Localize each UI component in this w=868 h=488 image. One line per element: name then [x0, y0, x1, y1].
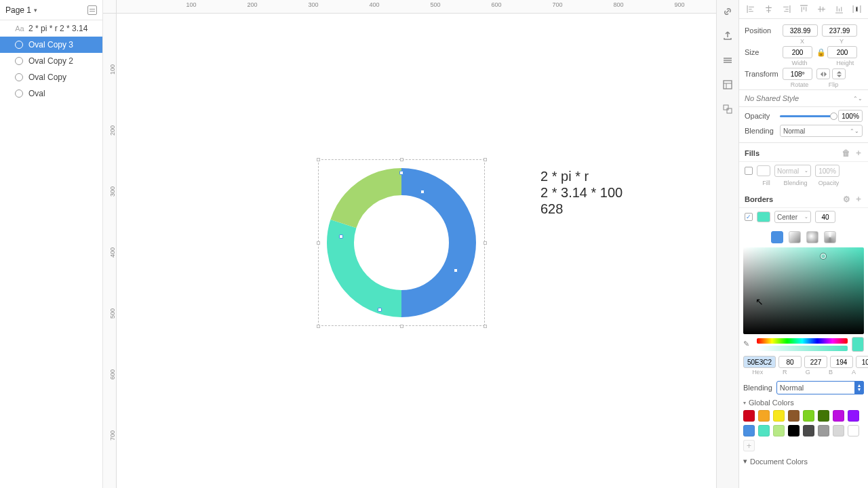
color-swatch[interactable] [743, 410, 755, 422]
layout-icon[interactable] [720, 77, 735, 92]
fill-opacity-input[interactable] [815, 165, 840, 177]
alignment-row [739, 0, 868, 19]
fill-checkbox[interactable] [745, 167, 753, 175]
layer-oval-copy[interactable]: Oval Copy [0, 69, 102, 85]
point-handle[interactable] [420, 190, 425, 194]
width-input[interactable] [783, 46, 812, 58]
border-checkbox[interactable] [745, 213, 753, 221]
align-hcenter-icon[interactable] [764, 5, 773, 14]
fill-row: Normal⌄ [739, 162, 868, 180]
b-input[interactable] [830, 356, 853, 368]
color-swatch[interactable] [788, 410, 800, 422]
oval-icon [15, 73, 23, 81]
opacity-input[interactable] [838, 110, 863, 122]
sv-thumb[interactable] [821, 253, 826, 259]
color-swatch[interactable] [848, 410, 859, 422]
document-colors-header[interactable]: ▾Document Colors [743, 457, 864, 466]
color-swatch[interactable] [803, 425, 814, 436]
add-color-icon[interactable]: + [743, 440, 755, 451]
text-layer-icon: Aa [15, 24, 24, 33]
global-colors-header[interactable]: ▾Global Colors [743, 399, 864, 407]
plus-icon[interactable]: ＋ [854, 147, 863, 159]
flip-h-icon[interactable] [816, 68, 830, 79]
gear-icon[interactable]: ⚙ [843, 195, 850, 204]
plus-icon[interactable]: ＋ [854, 193, 863, 205]
color-swatch[interactable] [803, 410, 814, 422]
borders-header: Borders ⚙ ＋ [739, 189, 868, 208]
lock-icon[interactable]: 🔒 [816, 48, 823, 57]
canvas[interactable]: 1002003004005006007008009001000 10020030… [103, 0, 716, 488]
canvas-text-block[interactable]: 2 * pi * r 2 * 3.14 * 100 628 [540, 168, 623, 217]
fill-swatch[interactable] [757, 165, 770, 176]
color-swatch[interactable] [743, 425, 755, 436]
color-swatch[interactable] [758, 425, 770, 436]
group-icon[interactable] [720, 102, 735, 117]
point-handle[interactable] [339, 235, 343, 239]
align-left-icon[interactable] [746, 5, 755, 14]
align-right-icon[interactable] [781, 5, 791, 14]
align-bottom-icon[interactable] [834, 5, 844, 14]
color-swatch[interactable] [848, 425, 859, 436]
bbox-handle[interactable] [400, 325, 403, 328]
r-input[interactable] [778, 356, 802, 368]
saturation-value-field[interactable]: ↖ [743, 247, 864, 334]
pages-list-icon[interactable] [87, 5, 97, 15]
stack-icon[interactable] [720, 53, 735, 68]
canvas-content[interactable]: 2 * pi * r 2 * 3.14 * 100 628 [117, 14, 716, 488]
bbox-handle[interactable] [484, 241, 487, 245]
layer-oval[interactable]: Oval [0, 85, 102, 102]
link-icon[interactable] [720, 4, 735, 19]
a-input[interactable] [856, 356, 868, 368]
point-handle[interactable] [378, 308, 382, 312]
fill-blend-select[interactable]: Normal⌄ [774, 165, 811, 177]
align-vcenter-icon[interactable] [816, 5, 826, 14]
flip-v-icon[interactable] [832, 68, 846, 79]
bbox-handle[interactable] [400, 158, 403, 161]
export-icon[interactable] [720, 28, 735, 43]
color-swatch[interactable] [833, 410, 844, 422]
point-handle[interactable] [399, 171, 403, 175]
color-swatch[interactable] [788, 425, 800, 436]
color-swatch[interactable] [773, 425, 785, 436]
align-top-icon[interactable] [799, 5, 808, 14]
trash-icon[interactable]: 🗑 [842, 148, 850, 158]
hex-input[interactable] [743, 356, 776, 368]
bbox-handle[interactable] [484, 158, 487, 161]
opacity-slider[interactable] [780, 115, 834, 117]
eyedropper-icon[interactable]: ✎ [743, 340, 753, 349]
height-input[interactable] [827, 46, 857, 58]
blend-select[interactable]: Normal⌃⌄ [780, 125, 863, 137]
color-swatch[interactable] [758, 410, 770, 422]
pages-selector[interactable]: Page 1 ▾ [0, 0, 102, 20]
donut-shape[interactable] [320, 161, 483, 324]
distribute-icon[interactable] [852, 5, 861, 14]
layer-oval-copy-2[interactable]: Oval Copy 2 [0, 53, 102, 69]
picker-angular-icon[interactable] [824, 231, 836, 243]
color-swatch[interactable] [818, 425, 829, 436]
color-swatch[interactable] [818, 410, 829, 422]
b-label: B [821, 369, 841, 375]
layer-text[interactable]: Aa 2 * pi * r 2 * 3.14 [0, 20, 102, 37]
color-swatch[interactable] [833, 425, 844, 436]
bbox-handle[interactable] [317, 325, 320, 328]
g-input[interactable] [804, 356, 827, 368]
hue-slider[interactable] [757, 338, 848, 344]
bbox-handle[interactable] [317, 241, 320, 245]
position-y-input[interactable] [822, 24, 857, 37]
point-handle[interactable] [454, 268, 458, 272]
picker-radial-icon[interactable] [806, 231, 818, 243]
shared-style-select[interactable]: No Shared Style⌃⌄ [739, 90, 868, 107]
border-swatch[interactable] [757, 211, 770, 222]
picker-linear-icon[interactable] [789, 231, 801, 243]
picker-solid-icon[interactable] [771, 231, 783, 243]
color-swatch[interactable] [773, 410, 785, 422]
bbox-handle[interactable] [317, 158, 320, 161]
alpha-slider[interactable] [757, 346, 848, 351]
position-x-input[interactable] [783, 24, 818, 37]
border-width-input[interactable] [815, 211, 835, 223]
border-pos-select[interactable]: Center⌄ [774, 211, 811, 223]
bbox-handle[interactable] [484, 325, 487, 328]
layer-oval-copy-3[interactable]: Oval Copy 3 [0, 37, 102, 53]
picker-blend-select[interactable]: Normal ▴▾ [776, 381, 864, 394]
rotate-input[interactable] [783, 68, 812, 80]
